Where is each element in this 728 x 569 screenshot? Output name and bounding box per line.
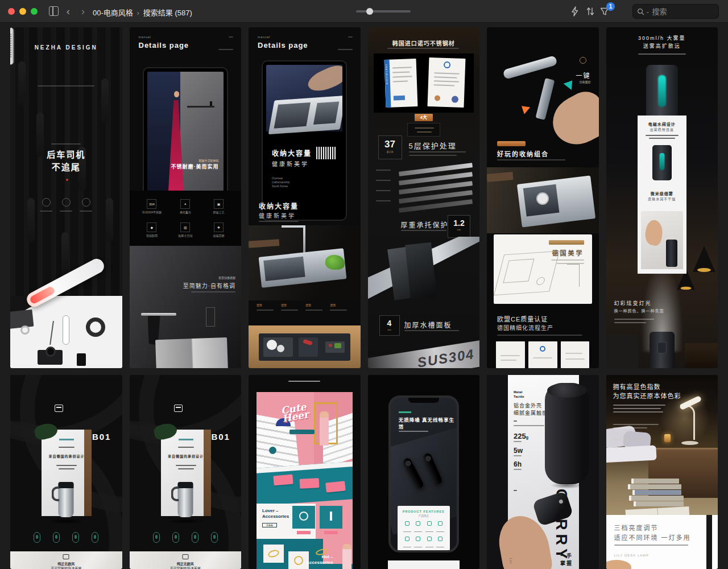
ce-subheadline: 德国精细化流程生产	[497, 323, 553, 332]
section-headline: 收纳大容量	[259, 201, 299, 211]
poster-title: Details page	[258, 41, 308, 50]
thumbnail-korea-steel[interactable]: 韩国进口诺巧不锈钢材 CERTIFICATE 4大	[368, 27, 480, 368]
brand-logo: Cute Heer	[280, 402, 309, 423]
text-placeholder	[415, 127, 434, 129]
brand-logo-icon	[182, 554, 188, 559]
brand-logo-icon	[174, 405, 183, 412]
thumbnail-cute-jewelry[interactable]: Cute Heer Lover – Accessories 去看看 Hot – …	[249, 375, 361, 569]
text-placeholder	[404, 330, 459, 331]
close-window-button[interactable]	[8, 8, 15, 15]
text-placeholder	[59, 468, 75, 469]
sus304-band: SUS304	[368, 340, 480, 368]
grip-caption: 一手掌握	[560, 552, 579, 567]
text-placeholder	[218, 49, 233, 50]
book	[631, 479, 679, 484]
feature-icon	[424, 519, 435, 534]
zoom-window-button[interactable]	[31, 8, 38, 15]
orange-badge	[497, 141, 526, 146]
sink-photo	[249, 225, 361, 300]
hot-arrow	[519, 102, 530, 114]
thumbnail-nezha-design[interactable]: NEZHA DESIGN 后车司机 不追尾	[10, 27, 122, 368]
bedroom-photo: 拥有高显色指数 为您真实还原本体色彩 LILY DESK LAMP	[606, 375, 718, 515]
certificate-document	[528, 341, 557, 368]
product-card-ring	[263, 545, 284, 563]
small-box-shape	[77, 353, 86, 366]
thumbnail-sink-details-page[interactable]: manual Details page 收纳大容量 健康新美学 Oversea …	[249, 27, 361, 368]
process-count: 37	[379, 139, 402, 149]
flash-icon[interactable]	[569, 6, 581, 17]
sort-icon[interactable]	[585, 6, 596, 17]
search-box[interactable]: ⌄	[632, 4, 719, 19]
zoom-slider-knob[interactable]	[366, 8, 373, 15]
certificates-row	[487, 341, 599, 368]
pill-shape	[101, 79, 109, 123]
text-placeholder	[399, 431, 428, 432]
steel-pitcher	[59, 482, 74, 517]
ce-mark	[393, 96, 404, 101]
faucet-body	[536, 78, 555, 120]
forward-button[interactable]: ›	[77, 4, 89, 19]
bottom-headline-2: 适应不同环境 一灯多用	[614, 533, 691, 542]
thumbnail-bath-details-page[interactable]: manual Details page 精致生活新体验 不锈耐磨·美而实用 30…	[130, 27, 242, 368]
breadcrumb-folder[interactable]: 00-电商风格	[93, 9, 133, 17]
thumbnail-desk-lamp[interactable]: 拥有高显色指数 为您真实还原本体色彩 LILY DESK LAMP 三档亮度调节…	[606, 375, 718, 569]
text-placeholder	[434, 72, 459, 74]
sink-top-view	[259, 333, 350, 361]
thumbnail-humidifier[interactable]: 300ml/h 大雾量 送雾高扩散远 电磁水阀设计 出雾稳效迅速 微米级细雾 皮…	[606, 27, 718, 368]
spec-battery: 6h	[514, 460, 522, 468]
watch-shape	[20, 325, 30, 335]
feature-icon	[413, 519, 423, 534]
back-button[interactable]: ‹	[63, 4, 74, 19]
thumbnail-wireless-earbuds[interactable]: 无损降噪 真无线畅享生活 PRODUCT FEATURES 产品特点	[368, 375, 480, 569]
pen-shape	[49, 321, 54, 345]
panel-subheadline-2: 皮肤水润不干燥	[638, 196, 686, 201]
product-shadow	[46, 518, 86, 524]
text-placeholder	[376, 190, 391, 191]
feature-tag: 优势	[281, 303, 287, 307]
text-placeholder	[409, 151, 466, 152]
text-placeholder	[613, 411, 663, 413]
text-placeholder	[376, 180, 391, 181]
feature-icon	[82, 198, 90, 207]
certificate-document: CERTIFICATE	[384, 59, 417, 108]
text-placeholder	[178, 447, 194, 448]
seal	[434, 95, 440, 101]
thumbnail-leasy-b01-duplicate[interactable]: LEASY B01 来自德国的原创设计 纯正北欧风 不可复制的简洁美学	[130, 375, 242, 569]
logo-badge	[289, 430, 315, 434]
feature-icons-row	[10, 532, 122, 543]
sink-photo	[487, 167, 599, 233]
minimize-window-button[interactable]	[19, 8, 26, 15]
text-placeholder	[191, 291, 235, 292]
text-placeholder	[399, 425, 403, 426]
badge-ring-icon	[580, 57, 586, 64]
cold-arrow	[563, 77, 576, 90]
certificates-photo: CERTIFICATE	[374, 53, 474, 113]
marble-section: 纯正北欧风 不可复制的简洁美学	[130, 551, 242, 569]
feature-icon	[92, 532, 98, 543]
feature-label: 承托重力	[168, 210, 202, 214]
thumbnail-metal-speaker[interactable]: Metal Tactile 铝合金外壳 细腻金属触感 225g 5w 6h CA…	[487, 375, 599, 569]
woman-figure	[643, 218, 664, 246]
feature-icon	[34, 532, 40, 543]
panel-headline: 来自德国的原创设计	[161, 453, 211, 459]
feature-tag: 优势	[257, 303, 262, 307]
text-placeholder	[38, 85, 94, 86]
plate	[277, 345, 284, 352]
feature-icon	[53, 532, 60, 543]
zoom-slider[interactable]	[356, 10, 411, 13]
bath-shelf	[187, 106, 214, 109]
section-headline: 至简魅力·自有格调	[183, 281, 235, 290]
thumbnail-leasy-b01[interactable]: LEASY B01 来自德国的原创设计 纯正北欧风 不可复制的简洁美学	[10, 375, 122, 569]
faucet-shape	[303, 225, 305, 255]
filter-badge: 1	[606, 2, 615, 11]
search-input[interactable]	[652, 7, 704, 16]
thumbnail-faucet-storage[interactable]: 一键 冷热双控 好玩的收纳组合 德国美学 欧盟CE质量认证 德国精细化流程生产	[487, 27, 599, 368]
product-card-necklace	[292, 506, 315, 529]
marble-headline-2: 不可复制的简洁美学	[10, 566, 122, 569]
bottom-headline-1: 三档亮度调节	[614, 523, 659, 532]
search-scope-chevron-icon[interactable]: ⌄	[646, 9, 650, 14]
humidifier-cutaway	[646, 65, 678, 119]
speaker-product-large	[545, 383, 589, 484]
sidebar-toggle-icon[interactable]	[49, 6, 59, 16]
dark-subheadline: 换一种颜色、换一种氛围	[614, 308, 664, 314]
